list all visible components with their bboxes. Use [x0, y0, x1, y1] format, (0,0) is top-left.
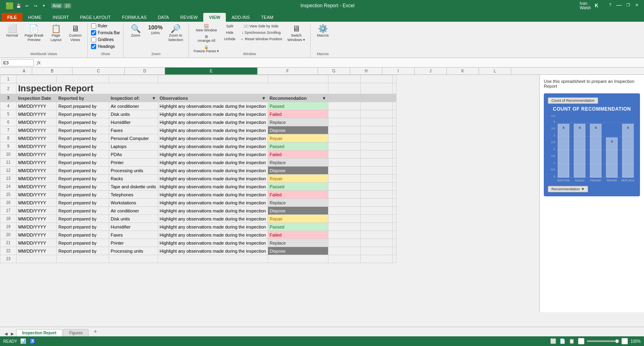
- zoom-100-btn[interactable]: 100% 100%: [146, 23, 165, 37]
- row-header-1[interactable]: 1: [0, 75, 17, 83]
- formula-input[interactable]: [44, 60, 642, 65]
- svg-text:FAILED: FAILED: [575, 179, 584, 182]
- row-header-23[interactable]: 23: [0, 255, 17, 263]
- unhide-btn[interactable]: Unhide: [222, 36, 237, 42]
- row-header-2[interactable]: 2: [0, 83, 17, 94]
- row-header-10[interactable]: 10: [0, 150, 17, 159]
- col-header-L[interactable]: L: [479, 68, 511, 74]
- row-header-12[interactable]: 12: [0, 167, 17, 175]
- headings-checkbox[interactable]: [91, 44, 96, 49]
- normal-btn[interactable]: ⬜ Normal: [3, 23, 21, 39]
- row-header-7[interactable]: 7: [0, 126, 17, 134]
- row-header-8[interactable]: 8: [0, 134, 17, 142]
- page-break-preview-btn[interactable]: 📄 Page BreakPreview: [23, 23, 45, 43]
- row-header-5[interactable]: 5: [0, 110, 17, 118]
- col-header-C[interactable]: C: [72, 68, 125, 74]
- row-header-19[interactable]: 19: [0, 223, 17, 231]
- zoom-selection-btn[interactable]: 🔎 Zoom toSelection: [166, 23, 185, 43]
- row-header-22[interactable]: 22: [0, 247, 17, 255]
- row-header-11[interactable]: 11: [0, 159, 17, 167]
- col-header-E[interactable]: E: [165, 68, 258, 74]
- sheet-container[interactable]: 1 2 Inspection Report 3 Ins: [0, 75, 539, 312]
- headings-check[interactable]: Headings: [91, 44, 120, 49]
- hide-btn[interactable]: Hide: [222, 30, 237, 35]
- col-header-I[interactable]: I: [382, 68, 415, 74]
- col-header-J[interactable]: J: [415, 68, 447, 74]
- column-headers: A B C D E F G H I J K L: [0, 68, 644, 75]
- chart-pill[interactable]: Count of Recommendation: [548, 97, 598, 104]
- tab-review[interactable]: REVIEW: [175, 13, 203, 22]
- row-header-15[interactable]: 15: [0, 191, 17, 199]
- row-header-20[interactable]: 20: [0, 231, 17, 239]
- row-header-13[interactable]: 13: [0, 175, 17, 183]
- zoom-btn[interactable]: 🔍 Zoom: [127, 23, 144, 39]
- gridlines-checkbox[interactable]: [91, 37, 96, 42]
- table-row: 7 MM/DD/YYYY Report prepared by Faxes Hi…: [0, 126, 396, 134]
- row-header-21[interactable]: 21: [0, 239, 17, 247]
- chart-filter-btn[interactable]: Recommendation ▼: [548, 186, 588, 192]
- col-header-D[interactable]: D: [125, 68, 165, 74]
- col-inspection-of-header[interactable]: Inspection of: ▼: [109, 94, 158, 102]
- reset-window-position-btn[interactable]: ↔ Reset Window Position: [239, 36, 284, 42]
- help-btn[interactable]: ?: [606, 1, 614, 9]
- synchronous-scrolling-btn[interactable]: ↕ Synchronous Scrolling: [239, 30, 284, 35]
- row-header-17[interactable]: 17: [0, 207, 17, 215]
- col-observations-header[interactable]: Observations ▼: [158, 94, 268, 102]
- col-header-F[interactable]: F: [258, 68, 318, 74]
- col-header-B[interactable]: B: [32, 68, 72, 74]
- name-box[interactable]: [2, 59, 34, 66]
- bar-chart: 0 0.5 1 1.5 2 2.5 3 3.5 4 4.5 4 DISPOSE: [548, 115, 636, 183]
- row-header-6[interactable]: 6: [0, 118, 17, 126]
- ruler-checkbox[interactable]: [91, 23, 96, 29]
- close-btn[interactable]: ✕: [633, 1, 641, 9]
- formula-fx-icon: 𝑓x: [35, 60, 42, 66]
- formula-bar-check[interactable]: Formula Bar: [91, 30, 120, 35]
- qat-customizer[interactable]: ▼: [40, 2, 47, 9]
- split-btn[interactable]: Split: [222, 23, 237, 29]
- tab-addins[interactable]: ADD-INS: [226, 13, 255, 22]
- tab-insert[interactable]: INSERT: [47, 13, 74, 22]
- row-header-16[interactable]: 16: [0, 199, 17, 207]
- col-header-H[interactable]: H: [350, 68, 382, 74]
- col-reported-by-header[interactable]: Reported by: [57, 94, 109, 102]
- tab-home[interactable]: HOME: [23, 13, 47, 22]
- custom-views-btn[interactable]: 🖥 CustomViews: [66, 23, 84, 43]
- formula-bar-checkbox[interactable]: [91, 30, 96, 35]
- new-window-btn[interactable]: 🪟 New Window: [192, 23, 221, 33]
- ruler-check[interactable]: Ruler: [91, 23, 120, 29]
- minimize-btn[interactable]: —: [615, 1, 623, 9]
- col-recommendation-header[interactable]: Recommendation ▼: [268, 94, 328, 102]
- redo-qat-btn[interactable]: ↪: [32, 2, 39, 9]
- view-side-by-side-btn[interactable]: □□ View Side by Side: [239, 23, 284, 29]
- svg-text:2.5: 2.5: [551, 141, 555, 144]
- tab-page-layout[interactable]: PAGE LAYOUT: [74, 13, 116, 22]
- restore-btn[interactable]: ❐: [624, 1, 632, 9]
- switch-windows-btn[interactable]: 🖥 SwitchWindows ▾: [285, 23, 307, 42]
- font-selector[interactable]: Arial: [51, 3, 62, 8]
- page-layout-btn[interactable]: 📋 PageLayout: [47, 23, 65, 43]
- col-header-G[interactable]: G: [318, 68, 350, 74]
- tab-view[interactable]: VIEW: [203, 13, 226, 22]
- report-title[interactable]: Inspection Report: [17, 83, 328, 94]
- save-qat-btn[interactable]: 💾: [15, 2, 22, 9]
- row-header-3[interactable]: 3: [0, 94, 17, 102]
- tab-data[interactable]: DATA: [152, 13, 175, 22]
- font-size-selector[interactable]: 10: [64, 3, 71, 8]
- page-break-icon: 📄: [29, 25, 39, 33]
- row-header-14[interactable]: 14: [0, 183, 17, 191]
- freeze-panes-btn[interactable]: 🔒 Freeze Panes ▾: [192, 44, 221, 54]
- row-header-18[interactable]: 18: [0, 215, 17, 223]
- arrange-all-btn[interactable]: ⊞ Arrange All: [192, 34, 221, 43]
- col-inspection-date-header[interactable]: Inspection Date: [17, 94, 57, 102]
- tab-formulas[interactable]: FORMULAS: [116, 13, 152, 22]
- row-header-9[interactable]: 9: [0, 142, 17, 150]
- col-header-A[interactable]: A: [16, 68, 32, 74]
- gridlines-check[interactable]: Gridlines: [91, 37, 120, 42]
- tab-team[interactable]: TEAM: [256, 13, 279, 22]
- undo-qat-btn[interactable]: ↩: [23, 2, 31, 9]
- user-profile[interactable]: Ivan Walsh K: [581, 1, 601, 10]
- col-header-K[interactable]: K: [447, 68, 479, 74]
- row-header-4[interactable]: 4: [0, 102, 17, 110]
- tab-file[interactable]: FILE: [2, 13, 23, 22]
- macros-btn[interactable]: ⚙️ Macros: [314, 23, 332, 39]
